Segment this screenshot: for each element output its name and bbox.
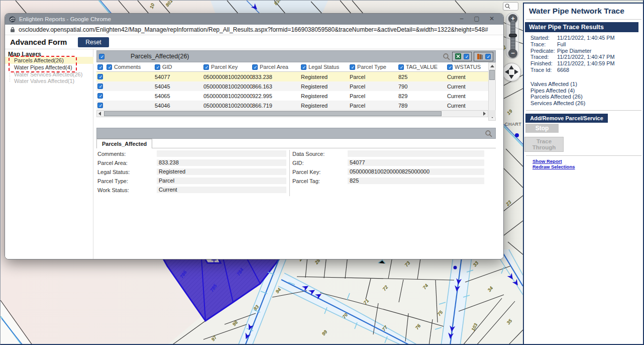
divider xyxy=(526,19,641,20)
pan-up-icon[interactable] xyxy=(509,65,514,69)
close-button[interactable]: ✕ xyxy=(484,15,499,24)
column-header[interactable]: Parcel Type xyxy=(357,64,386,70)
map-search-box[interactable] xyxy=(503,2,518,11)
column-header[interactable]: Comments xyxy=(114,64,141,70)
field-label: Parcel Area: xyxy=(97,160,128,166)
trace-through-button[interactable]: Trace Through xyxy=(524,137,564,152)
column-checkbox[interactable] xyxy=(447,64,453,70)
window-title: Enlighten Reports - Google Chrome xyxy=(19,16,454,22)
trace-panel: Water Pipe Network Trace Water Pipe Trac… xyxy=(523,3,644,345)
trace-panel-links: Show Report Redraw Selections xyxy=(532,158,643,169)
layer-item-water-pipes-affected[interactable]: Water Pipes Affected(4) xyxy=(5,64,93,71)
parcels-affected-link[interactable]: Parcels Affected (26) xyxy=(530,94,643,100)
table-search-icon[interactable] xyxy=(443,53,450,60)
table-row[interactable]: 54046 0500000810020000... 866.719 Regist… xyxy=(96,101,488,110)
field-value: 05000008100200000825000000 xyxy=(348,168,484,175)
report-body: Map Layers Parcels Affected(26) Water Pi… xyxy=(5,49,503,260)
field-label: Legal Status: xyxy=(97,169,130,175)
pan-down-icon[interactable] xyxy=(509,75,514,79)
zoom-slider-handle[interactable] xyxy=(509,34,517,37)
row-checkbox[interactable] xyxy=(97,74,103,79)
trace-results-header: Water Pipe Trace Results xyxy=(525,22,638,32)
table-row[interactable]: 54045 0500000810020000... 866.163 Regist… xyxy=(96,81,488,91)
tab-parcels-affected[interactable]: Parcels_Affected xyxy=(96,139,152,148)
redraw-selections-link[interactable]: Redraw Selections xyxy=(532,164,643,169)
column-header[interactable]: WSTATUS xyxy=(455,64,481,70)
column-checkbox[interactable] xyxy=(106,64,112,70)
minimize-button[interactable]: – xyxy=(454,15,469,24)
valves-affected-link[interactable]: Valves Affected (1) xyxy=(530,81,643,88)
column-header[interactable]: GID xyxy=(162,64,172,70)
horizontal-scroll-thumb[interactable] xyxy=(104,111,442,116)
pan-left-icon[interactable] xyxy=(505,69,509,74)
url-bar[interactable]: osclouddev.openspatial.com/Enlighten42/M… xyxy=(5,25,503,35)
field-value: 833.238 xyxy=(157,159,286,166)
trace-field-label: Trace Id: xyxy=(530,67,557,73)
row-checkbox[interactable] xyxy=(97,103,103,108)
map-layers-panel: Map Layers Parcels Affected(26) Water Pi… xyxy=(5,49,93,260)
vertical-scroll-thumb[interactable] xyxy=(489,70,495,80)
select-all-checkbox[interactable] xyxy=(99,54,104,59)
trace-field-label: Predicate: xyxy=(530,48,557,54)
detail-titlebar xyxy=(96,128,496,139)
url-text[interactable]: osclouddev.openspatial.com/Enlighten42/M… xyxy=(19,26,488,33)
services-affected-link[interactable]: Services Affected (26) xyxy=(530,100,643,107)
detail-tabs: Parcels_Affected xyxy=(96,139,496,148)
show-report-link[interactable]: Show Report xyxy=(532,158,643,164)
column-checkbox[interactable] xyxy=(301,64,306,70)
layer-item-parcels-affected[interactable]: Parcels Affected(26) xyxy=(5,57,93,64)
export-excel-icon[interactable] xyxy=(455,53,462,60)
map-pan-control[interactable] xyxy=(502,63,521,81)
table-row[interactable]: 54077 0500000810020000... 833.238 Regist… xyxy=(96,72,488,81)
window-titlebar[interactable]: Enlighten Reports - Google Chrome – ▢ ✕ xyxy=(5,14,503,25)
column-checkbox[interactable] xyxy=(350,64,355,70)
column-checkbox[interactable] xyxy=(252,64,258,70)
trace-field-value: 11/21/2022, 1:40:45 PM xyxy=(557,35,614,41)
trace-field-label: Traced: xyxy=(530,54,557,60)
table-title: Parcels_Affected(26) xyxy=(131,53,189,60)
results-main-area: Parcels_Affected(26) xyxy=(93,49,503,260)
export-excel-checkbox[interactable] xyxy=(464,54,469,59)
zoom-out-button[interactable]: − xyxy=(508,49,517,58)
column-checkbox[interactable] xyxy=(155,64,160,70)
pan-right-icon[interactable] xyxy=(514,69,518,74)
horizontal-scrollbar[interactable] xyxy=(96,110,488,117)
layer-item-water-valves-affected[interactable]: Water Valves Affected(1) xyxy=(5,77,93,84)
field-label: Parcel Type: xyxy=(97,178,128,184)
stop-button[interactable]: Stop xyxy=(525,124,559,133)
report-book-icon[interactable] xyxy=(476,53,483,60)
table-titlebar: Parcels_Affected(26) xyxy=(96,50,496,62)
header-select-checkbox[interactable] xyxy=(97,64,103,70)
map-zoom-control: + − xyxy=(506,13,519,59)
report-export-checkbox[interactable] xyxy=(485,54,491,59)
scroll-up-arrow[interactable] xyxy=(489,63,495,69)
column-checkbox[interactable] xyxy=(398,64,404,70)
trace-field-value: Full xyxy=(557,41,566,48)
detail-search-icon[interactable] xyxy=(485,130,492,137)
trace-field-label: Trace: xyxy=(530,41,557,48)
pipes-affected-link[interactable]: Pipes Affected (4) xyxy=(530,88,643,94)
zoom-slider[interactable] xyxy=(510,20,515,52)
row-checkbox[interactable] xyxy=(97,93,103,99)
scroll-left-arrow[interactable] xyxy=(97,111,103,117)
trace-field-value: 11/21/2022, 1:40:47 PM xyxy=(557,54,614,60)
layer-item-water-services-affected[interactable]: Water Services Affected(26) xyxy=(5,71,93,78)
trace-field-value: 6668 xyxy=(557,67,569,73)
column-header[interactable]: Parcel Key xyxy=(211,64,238,70)
export-excel-group xyxy=(452,52,472,61)
field-label: Work Status: xyxy=(97,187,129,193)
column-checkbox[interactable] xyxy=(203,64,209,70)
reset-button[interactable]: Reset xyxy=(78,37,109,47)
trace-field-value: Pipe Diameter xyxy=(557,48,591,54)
chrome-page-icon xyxy=(9,16,16,23)
scroll-right-arrow[interactable] xyxy=(481,111,488,117)
row-checkbox[interactable] xyxy=(97,83,103,89)
column-header[interactable]: Legal Status xyxy=(308,64,339,70)
field-label: GID: xyxy=(292,160,304,166)
column-header[interactable]: TAG_VALUE xyxy=(406,64,438,70)
add-remove-parcel-service-button[interactable]: Add/Remove Parcel/Service xyxy=(525,114,608,123)
report-export-group xyxy=(474,52,493,61)
table-row[interactable]: 54065 0500000810020000... 922.995 Regist… xyxy=(96,91,488,101)
column-header[interactable]: Parcel Area xyxy=(260,64,288,70)
maximize-button[interactable]: ▢ xyxy=(469,15,484,24)
